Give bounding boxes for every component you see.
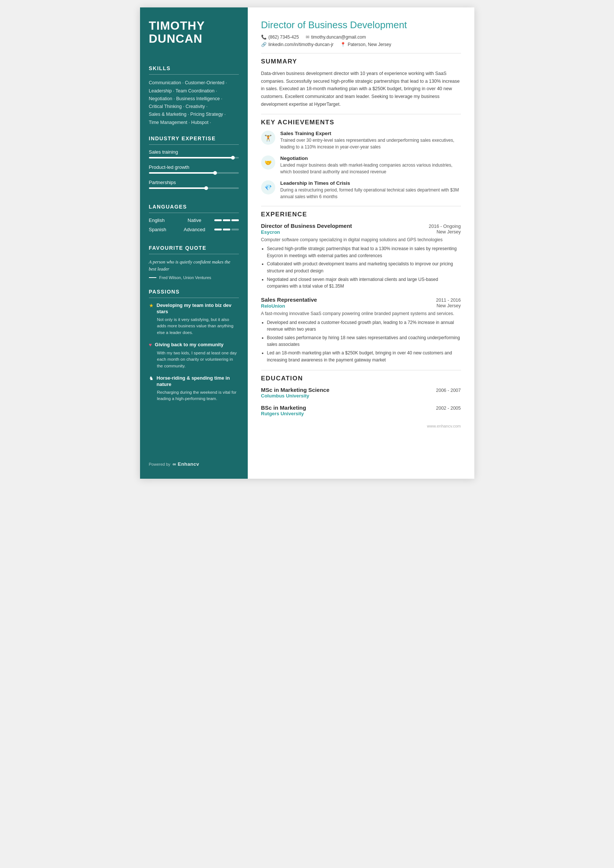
expertise-bar-track-2: [149, 172, 239, 174]
exp-bullet-2-1: Developed and executed a customer-focuse…: [267, 319, 461, 333]
exp-location-1: New Jersey: [437, 229, 460, 235]
expertise-title: INDUSTRY EXPERTISE: [149, 135, 239, 141]
exp-title-1: Director of Business Development: [261, 223, 352, 229]
expertise-bar-fill-1: [149, 157, 235, 158]
exp-company-1: Esycron: [261, 229, 280, 235]
skills-title: SKILLS: [149, 65, 239, 71]
passion-item-1: ★ Developing my team into biz dev stars …: [149, 302, 239, 336]
edu-header-2: BSc in Marketing 2002 - 2005: [261, 405, 461, 411]
footer: www.enhancv.com: [261, 424, 461, 428]
linkedin-icon: 🔗: [261, 42, 267, 47]
passion-icon-horse: ♞: [149, 375, 154, 382]
expertise-divider: [149, 144, 239, 145]
language-row-spanish: Spanish Advanced: [149, 227, 239, 232]
edu-date-1: 2006 - 2007: [436, 388, 461, 393]
languages-divider: [149, 212, 239, 213]
summary-text: Data-driven business development directo…: [261, 70, 461, 108]
achievement-icon-1: 🏋: [261, 131, 275, 145]
exp-header-2: Sales Representative 2011 - 2016: [261, 296, 461, 303]
achievement-icon-2: 🤝: [261, 155, 275, 170]
exp-title-2: Sales Representative: [261, 296, 317, 303]
achievement-icon-dumbbell: 🏋: [264, 134, 272, 141]
lang-seg-s1: [215, 229, 222, 231]
edu-school-1: Columbus University: [261, 393, 461, 398]
passion-header-1: ★ Developing my team into biz dev stars: [149, 302, 239, 315]
lang-level-spanish: Advanced: [182, 227, 208, 232]
footer-website: www.enhancv.com: [427, 424, 461, 428]
contact-phone: 📞 (862) 7345-425: [261, 34, 299, 40]
location-text: Paterson, New Jersey: [348, 42, 391, 47]
edu-date-2: 2002 - 2005: [436, 406, 461, 411]
expertise-label-2: Product-led growth: [149, 164, 239, 170]
contact-row-2: 🔗 linkedin.com/in/timothy-duncan-jr 📍 Pa…: [261, 42, 461, 47]
powered-by: Powered by ∞ Enhancv: [149, 450, 239, 467]
expertise-item-1: Sales training: [149, 149, 239, 158]
quote-author-line: Fred Wilson, Union Ventures: [149, 275, 239, 280]
education-section-title: EDUCATION: [261, 375, 461, 382]
linkedin-text: linkedin.com/in/timothy-duncan-jr: [269, 42, 334, 47]
passion-title-1: Developing my team into biz dev stars: [157, 302, 239, 315]
quote-divider: [149, 254, 239, 254]
exp-location-2: New Jersey: [437, 303, 460, 309]
exp-bullet-2-3: Led an 18-month marketing plan with a $2…: [267, 350, 461, 363]
job-title: Director of Business Development: [261, 19, 461, 31]
email-text: timothy.duncan@gmail.com: [311, 34, 366, 40]
edu-degree-2: BSc in Marketing: [261, 405, 306, 411]
lang-bar-spanish: [215, 229, 239, 231]
experience-section-title: EXPERIENCE: [261, 211, 461, 218]
expertise-label-1: Sales training: [149, 149, 239, 155]
achievements-divider: [261, 114, 461, 114]
experience-item-2: Sales Representative 2011 - 2016 ReloUni…: [261, 296, 461, 364]
lang-seg-s2: [223, 229, 230, 231]
exp-date-1: 2016 - Ongoing: [429, 224, 460, 229]
achievement-desc-2: Landed major business deals with market-…: [280, 162, 461, 175]
achievement-content-2: Negotiation Landed major business deals …: [280, 155, 461, 175]
achievement-content-3: Leadership in Times of Crisis During a r…: [280, 180, 461, 200]
achievement-title-1: Sales Training Expert: [280, 131, 461, 136]
passions-divider: [149, 298, 239, 298]
phone-icon: 📞: [261, 34, 267, 40]
languages-title: LANGUAGES: [149, 204, 239, 210]
expertise-bar-dot-3: [204, 186, 208, 190]
exp-bullet-1-1: Secured high-profile strategic partnersh…: [267, 245, 461, 259]
passion-title-2: Giving back to my community: [155, 342, 224, 348]
candidate-name: TIMOTHY DUNCAN: [149, 19, 239, 45]
passion-item-2: ♥ Giving back to my community With my tw…: [149, 342, 239, 369]
achievement-desc-3: During a restructuring period, formed fu…: [280, 187, 461, 200]
passion-desc-2: With my two kids, I spend at least one d…: [149, 350, 239, 369]
achievement-icon-3: 💎: [261, 180, 275, 194]
language-row-english: English Native: [149, 217, 239, 223]
enhancv-logo: ∞ Enhancv: [173, 461, 199, 467]
achievement-desc-1: Trained over 30 entry-level sales repres…: [280, 137, 461, 150]
achievement-item-1: 🏋 Sales Training Expert Trained over 30 …: [261, 131, 461, 150]
exp-date-2: 2011 - 2016: [436, 298, 461, 303]
education-divider: [261, 370, 461, 370]
passion-desc-1: Not only is it very satisfying, but it a…: [149, 316, 239, 336]
expertise-label-3: Partnerships: [149, 180, 239, 185]
expertise-bar-fill-3: [149, 188, 207, 189]
quote-text: A person who is quietly confident makes …: [149, 259, 239, 273]
quote-title: FAVOURITE QUOTE: [149, 245, 239, 251]
passion-title-3: Horse-riding & spending time in nature: [157, 375, 239, 388]
email-icon: ✉: [306, 34, 309, 40]
contact-location: 📍 Paterson, New Jersey: [340, 42, 391, 47]
exp-desc-2: A fast-moving innovative SaaS company po…: [261, 310, 461, 317]
exp-sub-2: ReloUnion New Jersey: [261, 303, 461, 309]
achievement-icon-handshake: 🤝: [264, 159, 272, 166]
lang-seg-1: [215, 219, 222, 221]
exp-bullet-1-3: Negotiated and closed seven major deals …: [267, 276, 461, 290]
expertise-bar-fill-2: [149, 172, 216, 174]
achievement-title-2: Negotiation: [280, 155, 461, 161]
lang-seg-3: [232, 219, 239, 221]
passion-icon-star: ★: [149, 302, 154, 309]
edu-item-2: BSc in Marketing 2002 - 2005 Rutgers Uni…: [261, 405, 461, 416]
achievement-icon-diamond: 💎: [264, 184, 272, 191]
exp-bullet-2-2: Boosted sales performance by hiring 18 n…: [267, 334, 461, 348]
summary-divider: [261, 53, 461, 53]
edu-item-1: MSc in Marketing Science 2006 - 2007 Col…: [261, 387, 461, 398]
contact-linkedin: 🔗 linkedin.com/in/timothy-duncan-jr: [261, 42, 334, 47]
achievement-title-3: Leadership in Times of Crisis: [280, 180, 461, 186]
achievement-content-1: Sales Training Expert Trained over 30 en…: [280, 131, 461, 150]
main-content: Director of Business Development 📞 (862)…: [248, 8, 474, 479]
passions-title: PASSIONS: [149, 289, 239, 294]
